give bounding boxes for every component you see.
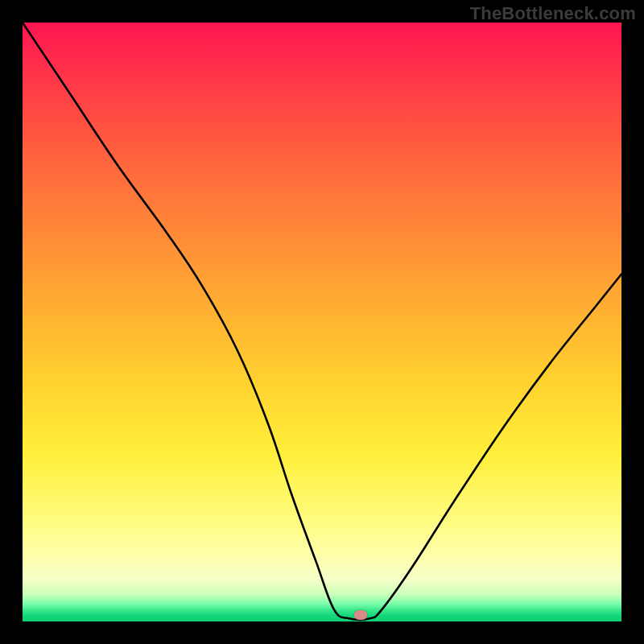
chart-frame: TheBottleneck.com (0, 0, 644, 644)
plot-area (23, 23, 621, 621)
optimal-point-marker (354, 610, 367, 620)
curve-path (23, 23, 621, 620)
watermark-text: TheBottleneck.com (470, 3, 636, 24)
bottleneck-curve (23, 23, 621, 621)
